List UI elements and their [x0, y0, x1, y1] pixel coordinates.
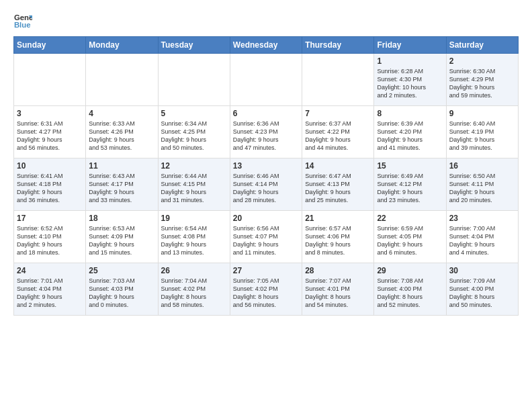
svg-text:General: General: [14, 13, 32, 21]
day-number: 26: [161, 266, 227, 275]
day-number: 5: [161, 109, 227, 118]
day-number: 22: [377, 214, 443, 223]
day-number: 9: [449, 109, 515, 118]
day-number: 18: [89, 214, 154, 223]
header: General Blue: [13, 11, 519, 30]
calendar-cell: 21Sunrise: 6:57 AM Sunset: 4:06 PM Dayli…: [302, 211, 374, 263]
day-number: 13: [233, 161, 299, 171]
calendar-cell: 20Sunrise: 6:56 AM Sunset: 4:07 PM Dayli…: [230, 211, 302, 263]
calendar-cell: 27Sunrise: 7:05 AM Sunset: 4:02 PM Dayli…: [230, 263, 302, 316]
calendar-cell: 3Sunrise: 6:31 AM Sunset: 4:27 PM Daylig…: [14, 106, 86, 158]
calendar-cell: 16Sunrise: 6:50 AM Sunset: 4:11 PM Dayli…: [446, 158, 518, 211]
calendar-cell: 6Sunrise: 6:36 AM Sunset: 4:23 PM Daylig…: [230, 106, 302, 158]
day-number: 25: [89, 266, 154, 275]
day-number: 23: [449, 214, 515, 223]
day-info: Sunrise: 6:47 AM Sunset: 4:13 PM Dayligh…: [305, 172, 371, 205]
day-info: Sunrise: 7:05 AM Sunset: 4:02 PM Dayligh…: [233, 277, 299, 310]
day-number: 19: [161, 214, 227, 223]
logo-icon: General Blue: [13, 11, 32, 30]
day-info: Sunrise: 6:49 AM Sunset: 4:12 PM Dayligh…: [377, 172, 443, 205]
calendar-cell: 12Sunrise: 6:44 AM Sunset: 4:15 PM Dayli…: [158, 158, 230, 211]
calendar-cell: 1Sunrise: 6:28 AM Sunset: 4:30 PM Daylig…: [374, 54, 446, 106]
day-info: Sunrise: 6:34 AM Sunset: 4:25 PM Dayligh…: [161, 120, 227, 152]
day-info: Sunrise: 6:50 AM Sunset: 4:11 PM Dayligh…: [449, 172, 515, 205]
svg-text:Blue: Blue: [14, 21, 31, 29]
calendar-cell: 14Sunrise: 6:47 AM Sunset: 4:13 PM Dayli…: [302, 158, 374, 211]
calendar-cell: 8Sunrise: 6:39 AM Sunset: 4:20 PM Daylig…: [374, 106, 446, 158]
col-thursday: Thursday: [302, 37, 374, 54]
header-row: Sunday Monday Tuesday Wednesday Thursday…: [14, 37, 519, 54]
day-info: Sunrise: 7:01 AM Sunset: 4:04 PM Dayligh…: [17, 277, 83, 310]
day-info: Sunrise: 6:56 AM Sunset: 4:07 PM Dayligh…: [233, 224, 299, 257]
day-info: Sunrise: 6:31 AM Sunset: 4:27 PM Dayligh…: [17, 120, 83, 152]
day-info: Sunrise: 6:41 AM Sunset: 4:18 PM Dayligh…: [17, 172, 83, 205]
day-info: Sunrise: 6:33 AM Sunset: 4:26 PM Dayligh…: [89, 120, 154, 152]
calendar-cell: 18Sunrise: 6:53 AM Sunset: 4:09 PM Dayli…: [86, 211, 158, 263]
calendar-cell: 7Sunrise: 6:37 AM Sunset: 4:22 PM Daylig…: [302, 106, 374, 158]
day-info: Sunrise: 6:43 AM Sunset: 4:17 PM Dayligh…: [89, 172, 154, 205]
day-number: 12: [161, 161, 227, 171]
calendar-cell: 22Sunrise: 6:59 AM Sunset: 4:05 PM Dayli…: [374, 211, 446, 263]
day-number: 1: [377, 56, 443, 66]
calendar-cell: 28Sunrise: 7:07 AM Sunset: 4:01 PM Dayli…: [302, 263, 374, 316]
calendar-cell: [158, 54, 230, 106]
day-number: 24: [17, 266, 83, 275]
day-number: 16: [449, 161, 515, 171]
day-info: Sunrise: 7:09 AM Sunset: 4:00 PM Dayligh…: [449, 277, 515, 310]
day-number: 29: [377, 266, 443, 275]
day-info: Sunrise: 7:00 AM Sunset: 4:04 PM Dayligh…: [449, 224, 515, 257]
col-saturday: Saturday: [446, 37, 518, 54]
day-info: Sunrise: 6:37 AM Sunset: 4:22 PM Dayligh…: [305, 120, 371, 152]
day-number: 15: [377, 161, 443, 171]
day-info: Sunrise: 7:07 AM Sunset: 4:01 PM Dayligh…: [305, 277, 371, 310]
day-number: 14: [305, 161, 371, 171]
day-number: 30: [449, 266, 515, 275]
page: General Blue Sunday Monday Tuesday Wedne…: [0, 0, 532, 322]
day-info: Sunrise: 7:08 AM Sunset: 4:00 PM Dayligh…: [377, 277, 443, 310]
calendar-cell: 13Sunrise: 6:46 AM Sunset: 4:14 PM Dayli…: [230, 158, 302, 211]
day-info: Sunrise: 7:03 AM Sunset: 4:03 PM Dayligh…: [89, 277, 154, 310]
day-number: 4: [89, 109, 154, 118]
day-info: Sunrise: 7:04 AM Sunset: 4:02 PM Dayligh…: [161, 277, 227, 310]
col-monday: Monday: [86, 37, 158, 54]
calendar-cell: [86, 54, 158, 106]
calendar-cell: 23Sunrise: 7:00 AM Sunset: 4:04 PM Dayli…: [446, 211, 518, 263]
day-info: Sunrise: 6:57 AM Sunset: 4:06 PM Dayligh…: [305, 224, 371, 257]
calendar-cell: 29Sunrise: 7:08 AM Sunset: 4:00 PM Dayli…: [374, 263, 446, 316]
calendar-week-3: 10Sunrise: 6:41 AM Sunset: 4:18 PM Dayli…: [14, 158, 519, 211]
calendar-cell: 19Sunrise: 6:54 AM Sunset: 4:08 PM Dayli…: [158, 211, 230, 263]
calendar-cell: 30Sunrise: 7:09 AM Sunset: 4:00 PM Dayli…: [446, 263, 518, 316]
calendar-week-5: 24Sunrise: 7:01 AM Sunset: 4:04 PM Dayli…: [14, 263, 519, 316]
day-number: 10: [17, 161, 83, 171]
day-number: 28: [305, 266, 371, 275]
day-info: Sunrise: 6:28 AM Sunset: 4:30 PM Dayligh…: [377, 67, 443, 100]
calendar-cell: [14, 54, 86, 106]
calendar-cell: 24Sunrise: 7:01 AM Sunset: 4:04 PM Dayli…: [14, 263, 86, 316]
calendar-cell: 11Sunrise: 6:43 AM Sunset: 4:17 PM Dayli…: [86, 158, 158, 211]
day-number: 8: [377, 109, 443, 118]
calendar-table: Sunday Monday Tuesday Wednesday Thursday…: [13, 36, 519, 316]
logo: General Blue: [13, 11, 34, 30]
col-wednesday: Wednesday: [230, 37, 302, 54]
day-info: Sunrise: 6:53 AM Sunset: 4:09 PM Dayligh…: [89, 224, 154, 257]
day-info: Sunrise: 6:46 AM Sunset: 4:14 PM Dayligh…: [233, 172, 299, 205]
calendar-cell: 25Sunrise: 7:03 AM Sunset: 4:03 PM Dayli…: [86, 263, 158, 316]
day-number: 3: [17, 109, 83, 118]
day-info: Sunrise: 6:39 AM Sunset: 4:20 PM Dayligh…: [377, 120, 443, 152]
day-number: 2: [449, 56, 515, 66]
calendar-cell: 15Sunrise: 6:49 AM Sunset: 4:12 PM Dayli…: [374, 158, 446, 211]
day-number: 7: [305, 109, 371, 118]
day-info: Sunrise: 6:52 AM Sunset: 4:10 PM Dayligh…: [17, 224, 83, 257]
calendar-cell: 2Sunrise: 6:30 AM Sunset: 4:29 PM Daylig…: [446, 54, 518, 106]
calendar-cell: [230, 54, 302, 106]
calendar-cell: 5Sunrise: 6:34 AM Sunset: 4:25 PM Daylig…: [158, 106, 230, 158]
day-info: Sunrise: 6:30 AM Sunset: 4:29 PM Dayligh…: [449, 67, 515, 100]
day-info: Sunrise: 6:40 AM Sunset: 4:19 PM Dayligh…: [449, 120, 515, 152]
day-number: 11: [89, 161, 154, 171]
calendar-week-1: 1Sunrise: 6:28 AM Sunset: 4:30 PM Daylig…: [14, 54, 519, 106]
calendar-cell: 26Sunrise: 7:04 AM Sunset: 4:02 PM Dayli…: [158, 263, 230, 316]
calendar-cell: 9Sunrise: 6:40 AM Sunset: 4:19 PM Daylig…: [446, 106, 518, 158]
day-info: Sunrise: 6:59 AM Sunset: 4:05 PM Dayligh…: [377, 224, 443, 257]
col-tuesday: Tuesday: [158, 37, 230, 54]
day-number: 21: [305, 214, 371, 223]
